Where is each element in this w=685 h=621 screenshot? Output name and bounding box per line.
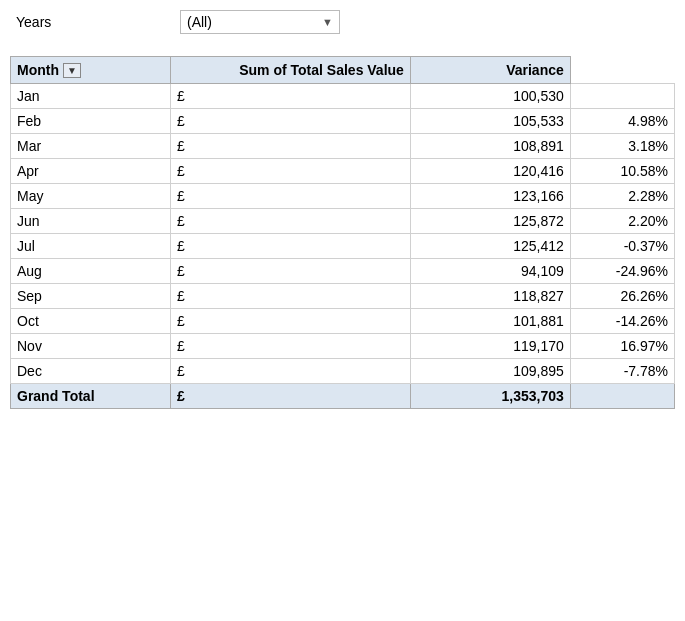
variance-cell: 4.98% <box>570 109 674 134</box>
value-cell: 101,881 <box>410 309 570 334</box>
grand-total-currency: £ <box>170 384 410 409</box>
month-cell: Jan <box>11 84 171 109</box>
variance-cell: 2.28% <box>570 184 674 209</box>
currency-cell: £ <box>170 84 410 109</box>
variance-cell: 10.58% <box>570 159 674 184</box>
variance-cell: 2.20% <box>570 209 674 234</box>
month-header-label: Month <box>17 62 59 78</box>
variance-cell: -24.96% <box>570 259 674 284</box>
month-cell: Oct <box>11 309 171 334</box>
month-cell: Jun <box>11 209 171 234</box>
month-cell: May <box>11 184 171 209</box>
table-row: May£123,1662.28% <box>11 184 675 209</box>
table-row: Jan£100,530 <box>11 84 675 109</box>
month-cell: Jul <box>11 234 171 259</box>
value-cell: 119,170 <box>410 334 570 359</box>
filter-value-text: (All) <box>187 14 314 30</box>
spacer <box>10 46 675 56</box>
variance-cell: -14.26% <box>570 309 674 334</box>
currency-cell: £ <box>170 334 410 359</box>
table-header-row: Month ▼ Sum of Total Sales Value Varianc… <box>11 57 675 84</box>
sales-header: Sum of Total Sales Value <box>170 57 410 84</box>
variance-cell: 16.97% <box>570 334 674 359</box>
pivot-table: Month ▼ Sum of Total Sales Value Varianc… <box>10 56 675 409</box>
month-cell: Feb <box>11 109 171 134</box>
table-row: Jun£125,8722.20% <box>11 209 675 234</box>
variance-cell <box>570 84 674 109</box>
month-header: Month ▼ <box>11 57 171 84</box>
filter-row: Years (All) ▼ <box>10 10 675 38</box>
month-cell: Apr <box>11 159 171 184</box>
value-cell: 105,533 <box>410 109 570 134</box>
currency-cell: £ <box>170 259 410 284</box>
variance-cell: 26.26% <box>570 284 674 309</box>
value-cell: 125,872 <box>410 209 570 234</box>
table-row: Sep£118,82726.26% <box>11 284 675 309</box>
currency-cell: £ <box>170 209 410 234</box>
filter-dropdown[interactable]: (All) ▼ <box>180 10 340 34</box>
table-row: Aug£94,109-24.96% <box>11 259 675 284</box>
grand-total-value: 1,353,703 <box>410 384 570 409</box>
currency-cell: £ <box>170 234 410 259</box>
currency-cell: £ <box>170 309 410 334</box>
grand-total-variance <box>570 384 674 409</box>
value-cell: 100,530 <box>410 84 570 109</box>
month-cell: Aug <box>11 259 171 284</box>
currency-cell: £ <box>170 134 410 159</box>
filter-label: Years <box>10 10 180 34</box>
currency-cell: £ <box>170 109 410 134</box>
value-cell: 94,109 <box>410 259 570 284</box>
month-cell: Dec <box>11 359 171 384</box>
table-row: Mar£108,8913.18% <box>11 134 675 159</box>
month-cell: Sep <box>11 284 171 309</box>
variance-cell: 3.18% <box>570 134 674 159</box>
currency-cell: £ <box>170 184 410 209</box>
month-cell: Nov <box>11 334 171 359</box>
table-row: Dec£109,895-7.78% <box>11 359 675 384</box>
currency-cell: £ <box>170 359 410 384</box>
grand-total-row: Grand Total£1,353,703 <box>11 384 675 409</box>
table-row: Nov£119,17016.97% <box>11 334 675 359</box>
grand-total-label: Grand Total <box>11 384 171 409</box>
table-row: Jul£125,412-0.37% <box>11 234 675 259</box>
variance-header: Variance <box>410 57 570 84</box>
table-body: Jan£100,530Feb£105,5334.98%Mar£108,8913.… <box>11 84 675 409</box>
currency-cell: £ <box>170 284 410 309</box>
table-row: Feb£105,5334.98% <box>11 109 675 134</box>
value-cell: 120,416 <box>410 159 570 184</box>
month-filter-button[interactable]: ▼ <box>63 63 81 78</box>
value-cell: 125,412 <box>410 234 570 259</box>
value-cell: 108,891 <box>410 134 570 159</box>
variance-cell: -7.78% <box>570 359 674 384</box>
table-row: Apr£120,41610.58% <box>11 159 675 184</box>
value-cell: 123,166 <box>410 184 570 209</box>
variance-cell: -0.37% <box>570 234 674 259</box>
value-cell: 118,827 <box>410 284 570 309</box>
table-row: Oct£101,881-14.26% <box>11 309 675 334</box>
month-cell: Mar <box>11 134 171 159</box>
currency-cell: £ <box>170 159 410 184</box>
pivot-table-container: Years (All) ▼ Month ▼ Sum of Total Sales… <box>0 0 685 419</box>
value-cell: 109,895 <box>410 359 570 384</box>
dropdown-arrow-icon: ▼ <box>322 16 333 28</box>
